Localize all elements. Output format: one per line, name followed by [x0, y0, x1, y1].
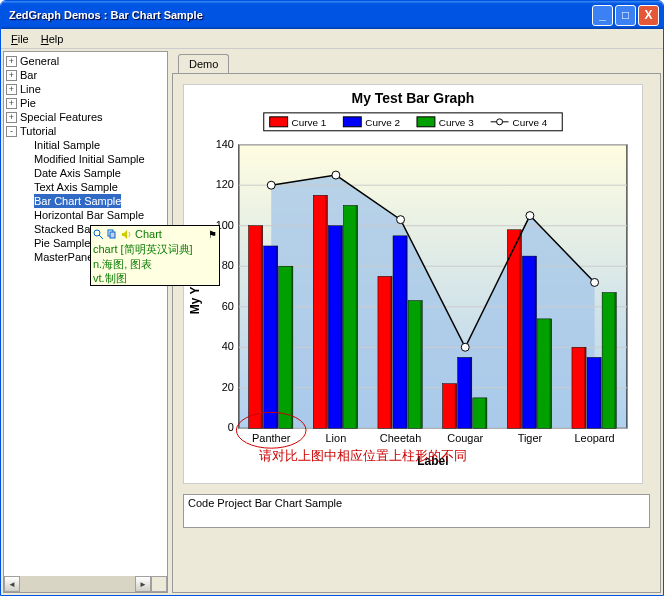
- svg-rect-44: [356, 205, 358, 428]
- svg-rect-52: [614, 293, 616, 429]
- copy-icon: [107, 229, 118, 240]
- svg-marker-84: [122, 230, 127, 239]
- chart-pane[interactable]: 020406080100120140PantherLionCheetahCoug…: [183, 84, 643, 484]
- tree-item[interactable]: Modified Initial Sample: [6, 152, 165, 166]
- tooltip-line1: chart [简明英汉词典]: [91, 242, 219, 256]
- scroll-track[interactable]: [20, 576, 135, 592]
- tree-label: Bar: [20, 68, 37, 82]
- svg-point-76: [497, 119, 503, 125]
- svg-rect-40: [599, 357, 601, 428]
- tree-item[interactable]: Horizontal Bar Sample: [6, 208, 165, 222]
- expander-icon[interactable]: +: [6, 112, 17, 123]
- svg-point-55: [397, 216, 405, 224]
- svg-rect-25: [507, 230, 521, 429]
- tree-item[interactable]: -Tutorial: [6, 124, 165, 138]
- svg-rect-35: [458, 357, 472, 428]
- titlebar[interactable]: ZedGraph Demos : Bar Chart Sample _ □ X: [1, 1, 663, 29]
- svg-point-58: [591, 278, 599, 286]
- svg-text:Leopard: Leopard: [575, 432, 615, 444]
- svg-rect-73: [417, 117, 435, 127]
- svg-rect-69: [270, 117, 288, 127]
- expander-icon[interactable]: +: [6, 84, 17, 95]
- expander-icon[interactable]: +: [6, 98, 17, 109]
- svg-rect-30: [276, 246, 278, 428]
- status-panel: Code Project Bar Chart Sample: [183, 494, 650, 528]
- tree-item[interactable]: +General: [6, 54, 165, 68]
- tree-label: Horizontal Bar Sample: [34, 208, 144, 222]
- dictionary-tooltip: Chart ⚑ chart [简明英汉词典] n.海图, 图表 vt.制图: [90, 225, 220, 286]
- close-button[interactable]: X: [638, 5, 659, 26]
- tree-item[interactable]: +Pie: [6, 96, 165, 110]
- svg-rect-22: [390, 276, 392, 428]
- svg-text:Tiger: Tiger: [518, 432, 543, 444]
- app-window: ZedGraph Demos : Bar Chart Sample _ □ X …: [0, 0, 664, 596]
- svg-rect-34: [405, 236, 407, 428]
- maximize-button[interactable]: □: [615, 5, 636, 26]
- tree-label: Stacked Ba: [34, 222, 90, 236]
- svg-rect-37: [522, 256, 536, 428]
- content-area: +General+Bar+Line+Pie+Special Features-T…: [1, 49, 663, 595]
- svg-rect-36: [470, 357, 472, 428]
- svg-text:Lion: Lion: [326, 432, 347, 444]
- svg-text:My Test Bar Graph: My Test Bar Graph: [352, 90, 475, 106]
- svg-rect-41: [279, 266, 293, 428]
- scroll-corner: [151, 576, 167, 592]
- scroll-right-button[interactable]: ►: [135, 576, 151, 592]
- svg-text:60: 60: [222, 300, 234, 312]
- tree-label: Date Axis Sample: [34, 166, 121, 180]
- menu-file[interactable]: File: [5, 31, 35, 47]
- svg-text:80: 80: [222, 259, 234, 271]
- tree-label: Special Features: [20, 110, 103, 124]
- svg-point-57: [526, 212, 534, 220]
- scroll-left-button[interactable]: ◄: [4, 576, 20, 592]
- svg-point-53: [267, 181, 275, 189]
- svg-rect-83: [110, 232, 115, 238]
- h-scrollbar[interactable]: ◄ ►: [4, 576, 151, 592]
- svg-rect-39: [587, 357, 601, 428]
- svg-rect-42: [291, 266, 293, 428]
- svg-rect-31: [328, 226, 342, 429]
- svg-rect-29: [264, 246, 278, 428]
- tree-item[interactable]: Initial Sample: [6, 138, 165, 152]
- minimize-button[interactable]: _: [592, 5, 613, 26]
- tree-item[interactable]: +Special Features: [6, 110, 165, 124]
- tree-item[interactable]: +Line: [6, 82, 165, 96]
- svg-point-54: [332, 171, 340, 179]
- speaker-icon: [121, 229, 132, 240]
- tree-label: Line: [20, 82, 41, 96]
- svg-rect-18: [261, 226, 263, 429]
- svg-rect-23: [443, 384, 457, 429]
- tooltip-line2: n.海图, 图表: [91, 257, 219, 271]
- pin-icon[interactable]: ⚑: [208, 228, 217, 241]
- tree-label: MasterPane: [34, 250, 93, 264]
- menu-help[interactable]: Help: [35, 31, 70, 47]
- menubar: File Help: [1, 29, 663, 49]
- expander-icon[interactable]: -: [6, 126, 17, 137]
- tree-item[interactable]: Date Axis Sample: [6, 166, 165, 180]
- svg-text:120: 120: [216, 178, 234, 190]
- svg-rect-21: [378, 276, 392, 428]
- svg-rect-32: [340, 226, 342, 429]
- tree-item[interactable]: Bar Chart Sample: [6, 194, 165, 208]
- expander-icon[interactable]: +: [6, 56, 17, 67]
- svg-rect-24: [455, 384, 457, 429]
- tree-label: Text Axis Sample: [34, 180, 118, 194]
- svg-text:Curve 3: Curve 3: [439, 117, 474, 128]
- tree-item[interactable]: Text Axis Sample: [6, 180, 165, 194]
- expander-icon[interactable]: +: [6, 70, 17, 81]
- svg-rect-27: [572, 347, 586, 428]
- svg-rect-46: [420, 301, 422, 429]
- tree-panel: +General+Bar+Line+Pie+Special Features-T…: [3, 51, 168, 593]
- tab-demo[interactable]: Demo: [178, 54, 229, 73]
- svg-text:请对比上图中相应位置上柱形的不同: 请对比上图中相应位置上柱形的不同: [259, 448, 467, 463]
- tree-label: Pie Sample: [34, 236, 90, 250]
- svg-text:140: 140: [216, 138, 234, 150]
- svg-rect-28: [584, 347, 586, 428]
- tree-label: Pie: [20, 96, 36, 110]
- tree-item[interactable]: +Bar: [6, 68, 165, 82]
- svg-text:0: 0: [228, 421, 234, 433]
- svg-rect-20: [325, 195, 327, 428]
- svg-rect-38: [534, 256, 536, 428]
- status-text: Code Project Bar Chart Sample: [188, 497, 342, 509]
- window-title: ZedGraph Demos : Bar Chart Sample: [5, 9, 590, 21]
